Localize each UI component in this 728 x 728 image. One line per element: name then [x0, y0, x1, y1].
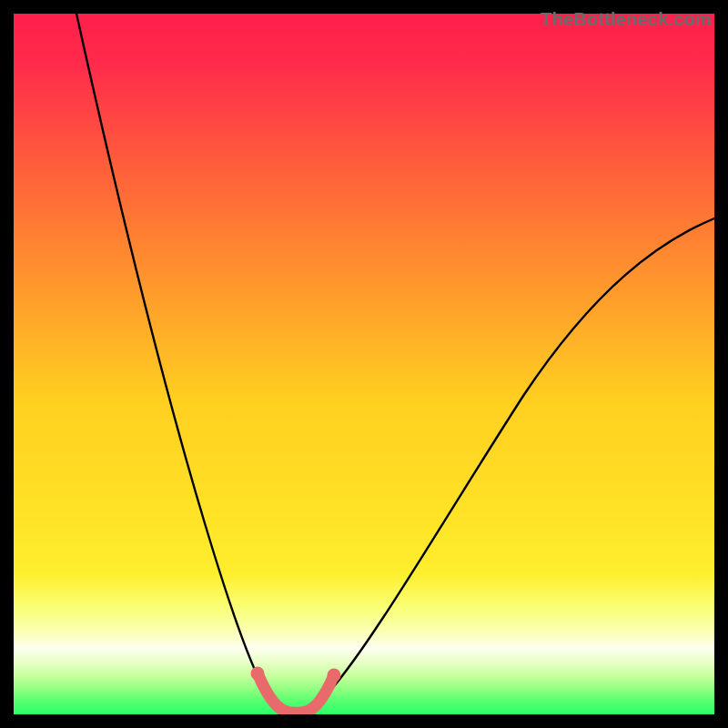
highlight-endpoint-left — [251, 667, 265, 681]
highlight-endpoint-right — [328, 669, 341, 682]
gradient-background — [14, 14, 714, 714]
chart-svg — [14, 14, 714, 714]
watermark-text: TheBottleneck.com — [541, 9, 712, 30]
plot-area — [14, 14, 714, 714]
